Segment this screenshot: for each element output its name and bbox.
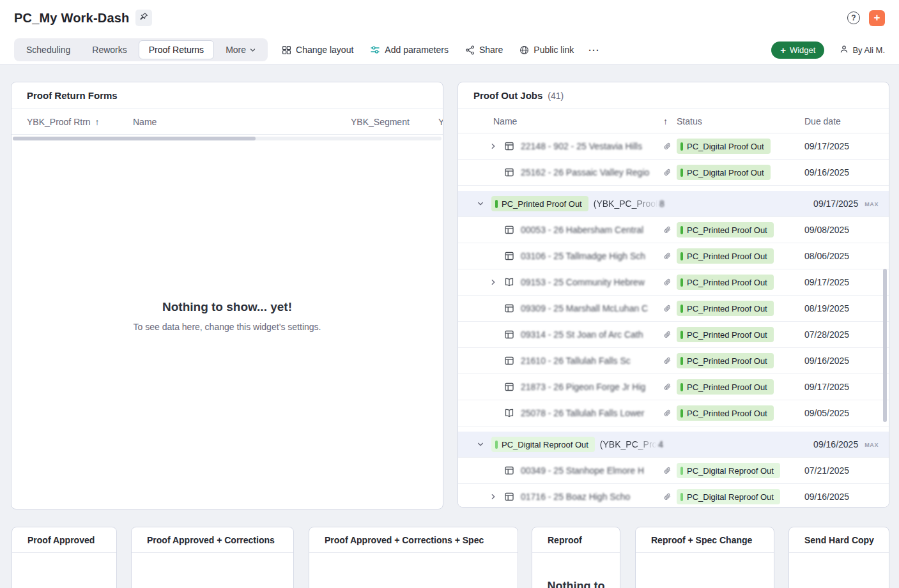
chevron-right-icon[interactable] bbox=[490, 279, 504, 285]
chevron-down-icon[interactable] bbox=[477, 200, 491, 207]
paperclip-icon[interactable] bbox=[657, 142, 677, 151]
due-date: 09/08/2025 bbox=[799, 225, 889, 235]
group-status-badge: PC_Printed Proof Out bbox=[491, 196, 588, 211]
widget-send-hard-copy: Send Hard Copy bbox=[788, 527, 889, 588]
tab-more[interactable]: More bbox=[215, 40, 266, 59]
group-row[interactable]: PC_Digital Reproof Out(YBK_PC_Pro409/16/… bbox=[458, 432, 889, 458]
add-parameters-button[interactable]: Add parameters bbox=[370, 45, 449, 55]
jobs-count: (41) bbox=[548, 91, 564, 101]
paperclip-icon[interactable] bbox=[657, 168, 677, 177]
paperclip-icon[interactable] bbox=[657, 356, 677, 365]
paperclip-icon[interactable] bbox=[657, 382, 677, 391]
tab-reworks[interactable]: Reworks bbox=[82, 40, 137, 59]
job-name: 09314 - 25 St Joan of Arc Cath bbox=[521, 329, 657, 340]
job-name: 00053 - 26 Habersham Central bbox=[521, 225, 657, 235]
mini-widget-title: Reproof bbox=[548, 535, 582, 545]
change-layout-label: Change layout bbox=[296, 45, 353, 55]
page-title: PC_My Work-Dash bbox=[14, 11, 129, 26]
scrollbar-thumb[interactable] bbox=[13, 137, 256, 140]
widget-proof-approved-corrections: Proof Approved + Corrections bbox=[131, 527, 294, 588]
group-status-badge: PC_Digital Reproof Out bbox=[491, 437, 595, 452]
board-icon bbox=[504, 141, 521, 151]
share-button[interactable]: Share bbox=[465, 45, 503, 55]
job-row[interactable]: 09314 - 25 St Joan of Arc CathPC_Printed… bbox=[458, 322, 889, 348]
grid-icon bbox=[282, 45, 291, 55]
book-icon bbox=[504, 277, 521, 287]
status-badge: PC_Digital Reproof Out bbox=[677, 489, 780, 504]
due-date: 09/17/2025 bbox=[799, 382, 889, 392]
tab-proof-returns[interactable]: Proof Returns bbox=[139, 40, 214, 59]
status-badge: PC_Printed Proof Out bbox=[677, 327, 774, 342]
column-name: Name bbox=[493, 116, 517, 126]
jobs-rows: 22148 - 902 - 25 Vestavia HillsPC_Digita… bbox=[458, 133, 889, 507]
job-name: 25162 - 26 Passaic Valley Regio bbox=[521, 167, 657, 177]
job-row[interactable]: 25162 - 26 Passaic Valley RegioPC_Digita… bbox=[458, 160, 889, 186]
pin-button[interactable] bbox=[135, 10, 152, 26]
due-date: 09/17/2025 bbox=[799, 277, 889, 287]
status-badge: PC_Printed Proof Out bbox=[677, 379, 774, 395]
widget-reproof: Reproof Nothing to show... yet! bbox=[532, 527, 620, 588]
job-row[interactable]: 21873 - 26 Pigeon Forge Jr HigPC_Printed… bbox=[458, 374, 889, 400]
horizontal-scrollbar[interactable] bbox=[12, 135, 443, 142]
forms-empty-state: Nothing to show... yet! To see data here… bbox=[12, 142, 443, 509]
group-row[interactable]: PC_Printed Proof Out(YBK_PC_Proof809/17/… bbox=[458, 191, 889, 217]
top-bar: PC_My Work-Dash ? + bbox=[0, 0, 899, 36]
job-row[interactable]: 22148 - 902 - 25 Vestavia HillsPC_Digita… bbox=[458, 133, 889, 160]
add-parameters-label: Add parameters bbox=[385, 45, 449, 55]
due-date: 08/19/2025 bbox=[799, 303, 889, 313]
dashboard-screen: PC_My Work-Dash ? + Scheduling Reworks P… bbox=[0, 0, 899, 588]
more-actions-button[interactable]: ⋯ bbox=[588, 43, 599, 57]
paperclip-icon[interactable] bbox=[657, 466, 677, 475]
due-date: 09/16/2025 bbox=[799, 167, 889, 177]
paperclip-icon[interactable] bbox=[657, 409, 677, 418]
empty-state-title: Nothing to show... yet! bbox=[162, 300, 292, 314]
widget-proof-approved: Proof Approved bbox=[12, 527, 117, 588]
byline[interactable]: By Ali M. bbox=[840, 45, 885, 56]
mini-widget-title: Proof Approved + Corrections + Spec bbox=[325, 535, 484, 545]
tab-scheduling[interactable]: Scheduling bbox=[16, 40, 81, 59]
job-row[interactable]: 21610 - 26 Tallulah Falls ScPC_Printed P… bbox=[458, 348, 889, 374]
help-button[interactable]: ? bbox=[847, 11, 860, 24]
paperclip-icon[interactable] bbox=[657, 492, 677, 501]
status-badge: PC_Printed Proof Out bbox=[677, 275, 774, 290]
sort-asc-icon[interactable]: ↑ bbox=[663, 116, 668, 126]
public-link-label: Public link bbox=[534, 45, 574, 55]
job-name: 09309 - 25 Marshall McLuhan C bbox=[521, 303, 657, 313]
chevron-right-icon[interactable] bbox=[490, 494, 504, 500]
paperclip-icon[interactable] bbox=[657, 304, 677, 313]
byline-label: By Ali M. bbox=[852, 45, 885, 55]
board-icon bbox=[504, 465, 521, 476]
jobs-widget-header: Proof Out Jobs (41) bbox=[458, 82, 889, 109]
board-icon bbox=[504, 356, 521, 366]
job-row[interactable]: 09309 - 25 Marshall McLuhan CPC_Printed … bbox=[458, 296, 889, 322]
change-layout-button[interactable]: Change layout bbox=[282, 45, 353, 55]
avatar-add-button[interactable]: + bbox=[869, 10, 885, 26]
job-row[interactable]: 03106 - 25 Tallmadge High SchPC_Printed … bbox=[458, 243, 889, 269]
paperclip-icon[interactable] bbox=[657, 330, 677, 339]
widget-proof-approved-corrections-spec: Proof Approved + Corrections + Spec bbox=[309, 527, 518, 588]
sort-asc-icon[interactable]: ↑ bbox=[95, 117, 100, 127]
public-link-button[interactable]: Public link bbox=[519, 45, 574, 55]
widget-reproof-spec-change: Reproof + Spec Change bbox=[635, 527, 774, 588]
paperclip-icon[interactable] bbox=[657, 278, 677, 287]
add-widget-button[interactable]: + Widget bbox=[771, 41, 824, 59]
paperclip-icon[interactable] bbox=[657, 225, 677, 234]
status-badge: PC_Digital Reproof Out bbox=[677, 463, 780, 478]
column-ybk-proof-rtrn: YBK_Proof Rtrn bbox=[27, 117, 91, 127]
job-name: 01716 - 25 Boaz High Scho bbox=[521, 492, 657, 502]
board-icon bbox=[504, 167, 521, 177]
job-row[interactable]: 25078 - 26 Tallulah Falls LowerPC_Printe… bbox=[458, 400, 889, 426]
job-row[interactable]: 00053 - 26 Habersham CentralPC_Printed P… bbox=[458, 217, 889, 243]
column-due-date: Due date bbox=[799, 116, 889, 126]
due-date: 09/16/2025 bbox=[813, 439, 858, 449]
job-row[interactable]: 09153 - 25 Community HebrewPC_Printed Pr… bbox=[458, 269, 889, 296]
column-clipped: YBK_ bbox=[438, 117, 443, 127]
vertical-scrollbar-thumb[interactable] bbox=[883, 269, 887, 422]
status-badge: PC_Printed Proof Out bbox=[677, 248, 774, 264]
job-row[interactable]: 00349 - 25 Stanhope Elmore HPC_Digital R… bbox=[458, 458, 889, 484]
due-date: 09/17/2025 bbox=[799, 141, 889, 151]
chevron-down-icon[interactable] bbox=[477, 441, 491, 448]
job-row[interactable]: 01716 - 25 Boaz High SchoPC_Digital Repr… bbox=[458, 484, 889, 507]
paperclip-icon[interactable] bbox=[657, 252, 677, 260]
chevron-right-icon[interactable] bbox=[490, 143, 504, 149]
